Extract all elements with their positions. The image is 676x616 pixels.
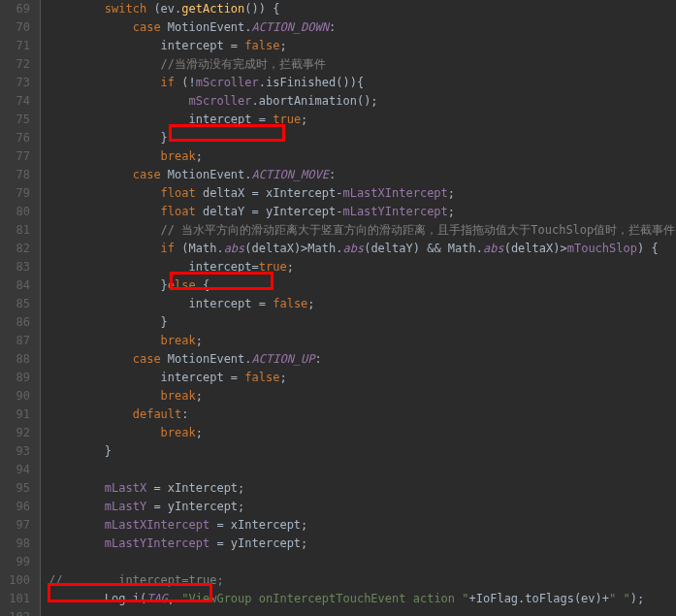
line-number: 73 <box>0 74 30 92</box>
line-number: 101 <box>0 590 30 608</box>
code-line[interactable]: case MotionEvent.ACTION_UP: <box>48 350 676 369</box>
code-line[interactable] <box>48 461 676 479</box>
line-number: 102 <box>0 608 30 616</box>
line-number: 86 <box>0 313 30 332</box>
code-line[interactable]: intercept=true; <box>48 258 676 276</box>
line-number-gutter: 6970717273747576777879808182838485868788… <box>0 0 41 616</box>
line-number: 71 <box>0 37 30 55</box>
code-line[interactable]: mLastYIntercept = yIntercept; <box>48 535 676 553</box>
line-number: 72 <box>0 55 30 74</box>
line-number: 84 <box>0 276 30 295</box>
code-line[interactable]: break; <box>48 387 676 405</box>
line-number: 97 <box>0 516 30 535</box>
line-number: 91 <box>0 405 30 424</box>
code-line[interactable]: intercept = true; <box>48 111 676 129</box>
line-number: 90 <box>0 387 30 405</box>
line-number: 93 <box>0 442 30 461</box>
line-number: 75 <box>0 111 30 129</box>
code-line[interactable]: case MotionEvent.ACTION_MOVE: <box>48 166 676 184</box>
code-line[interactable]: intercept = false; <box>48 295 676 313</box>
code-content[interactable]: switch (ev.getAction()) { case MotionEve… <box>41 0 676 616</box>
code-line[interactable]: } <box>48 129 676 147</box>
line-number: 81 <box>0 221 30 240</box>
code-line[interactable]: intercept = false; <box>48 369 676 387</box>
line-number: 89 <box>0 369 30 387</box>
code-line[interactable]: intercept = false; <box>48 37 676 55</box>
line-number: 99 <box>0 553 30 571</box>
line-number: 92 <box>0 424 30 442</box>
code-line[interactable]: break; <box>48 332 676 350</box>
code-line[interactable] <box>48 553 676 571</box>
code-line[interactable]: float deltaY = yIntercept-mLastYIntercep… <box>48 203 676 221</box>
code-line[interactable]: // 当水平方向的滑动距离大于竖直方向的滑动距离，且手指拖动值大于TouchSl… <box>48 221 676 240</box>
line-number: 96 <box>0 498 30 516</box>
code-line[interactable]: default: <box>48 405 676 424</box>
code-line[interactable]: mLastY = yIntercept; <box>48 498 676 516</box>
code-line[interactable]: break; <box>48 147 676 166</box>
code-line[interactable]: mScroller.abortAnimation(); <box>48 92 676 111</box>
line-number: 87 <box>0 332 30 350</box>
line-number: 80 <box>0 203 30 221</box>
code-line[interactable]: } <box>48 442 676 461</box>
line-number: 70 <box>0 18 30 37</box>
code-line[interactable]: } <box>48 313 676 332</box>
line-number: 74 <box>0 92 30 111</box>
code-line[interactable]: mLastX = xIntercept; <box>48 479 676 498</box>
code-line[interactable]: mLastXIntercept = xIntercept; <box>48 516 676 535</box>
code-line[interactable]: case MotionEvent.ACTION_DOWN: <box>48 18 676 37</box>
line-number: 77 <box>0 147 30 166</box>
code-line[interactable]: float deltaX = xIntercept-mLastXIntercep… <box>48 184 676 203</box>
line-number: 85 <box>0 295 30 313</box>
line-number: 94 <box>0 461 30 479</box>
code-line[interactable]: Log.i(TAG, "ViewGroup onInterceptTouchEv… <box>48 590 676 608</box>
line-number: 69 <box>0 0 30 18</box>
line-number: 88 <box>0 350 30 369</box>
line-number: 79 <box>0 184 30 203</box>
line-number: 98 <box>0 535 30 553</box>
code-line[interactable]: //当滑动没有完成时，拦截事件 <box>48 55 676 74</box>
line-number: 76 <box>0 129 30 147</box>
line-number: 95 <box>0 479 30 498</box>
code-line[interactable]: break; <box>48 424 676 442</box>
line-number: 82 <box>0 240 30 258</box>
code-line[interactable]: if (!mScroller.isFinished()){ <box>48 74 676 92</box>
line-number: 83 <box>0 258 30 276</box>
code-editor: 6970717273747576777879808182838485868788… <box>0 0 676 616</box>
code-line[interactable]: if (Math.abs(deltaX)>Math.abs(deltaY) &&… <box>48 240 676 258</box>
code-line[interactable]: }else { <box>48 276 676 295</box>
code-line[interactable]: switch (ev.getAction()) { <box>48 0 676 18</box>
line-number: 78 <box>0 166 30 184</box>
code-line[interactable]: // intercept=true; <box>48 571 676 590</box>
line-number: 100 <box>0 571 30 590</box>
